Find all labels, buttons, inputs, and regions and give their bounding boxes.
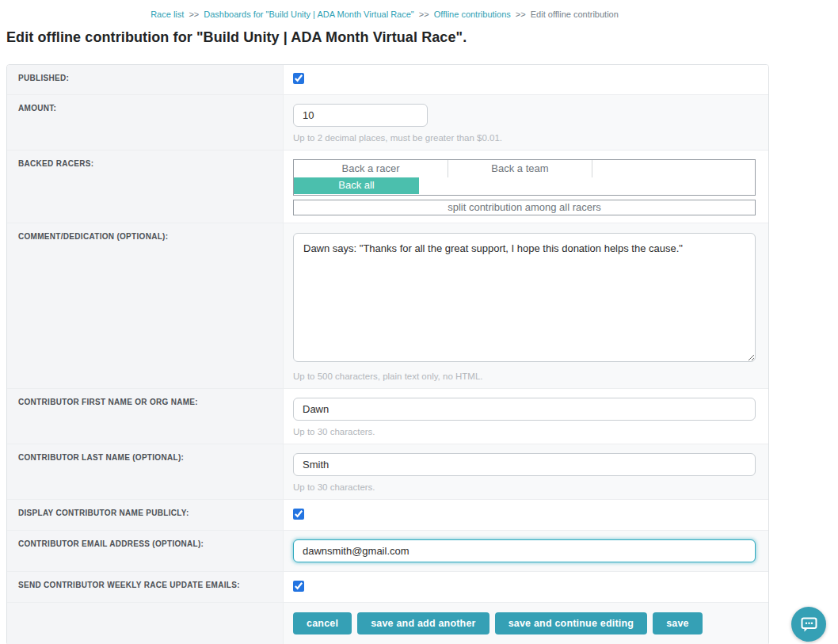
edit-contribution-form: PUBLISHED: AMOUNT: Up to 2 decimal place…	[6, 64, 769, 644]
row-weekly-emails: SEND CONTRIBUTOR WEEKLY RACE UPDATE EMAI…	[7, 572, 768, 603]
weekly-emails-label: SEND CONTRIBUTOR WEEKLY RACE UPDATE EMAI…	[7, 572, 284, 602]
last-name-help-text: Up to 30 characters.	[293, 482, 756, 492]
row-backed-racers: BACKED RACERS: Back a racer Back a team …	[7, 151, 768, 223]
published-checkbox[interactable]	[293, 73, 304, 84]
breadcrumb-link-offline-contributions[interactable]: Offline contributions	[434, 10, 511, 19]
breadcrumb-separator: >>	[419, 10, 429, 19]
display-publicly-checkbox[interactable]	[293, 509, 304, 520]
row-comment: COMMENT/DEDICATION (OPTIONAL): Dawn says…	[7, 223, 768, 389]
first-name-input[interactable]	[293, 398, 756, 421]
breadcrumb-separator: >>	[189, 10, 199, 19]
chat-widget-button[interactable]	[791, 607, 826, 642]
backed-racers-tab-group: Back a racer Back a team Back all	[293, 159, 756, 196]
page-title: Edit offline contribution for "Build Uni…	[6, 29, 838, 46]
row-published: PUBLISHED:	[7, 65, 768, 95]
tab-back-a-team[interactable]: Back a team	[448, 160, 592, 177]
row-last-name: CONTRIBUTOR LAST NAME (OPTIONAL): Up to …	[7, 444, 768, 500]
breadcrumb-link-race-list[interactable]: Race list	[150, 10, 184, 19]
first-name-label: CONTRIBUTOR FIRST NAME OR ORG NAME:	[7, 389, 284, 444]
amount-help-text: Up to 2 decimal places, must be greater …	[293, 133, 756, 143]
published-label: PUBLISHED:	[7, 65, 284, 94]
save-and-add-another-button[interactable]: save and add another	[357, 612, 489, 634]
email-input[interactable]	[293, 539, 756, 562]
display-publicly-label: DISPLAY CONTRIBUTOR NAME PUBLICLY:	[7, 500, 284, 530]
row-first-name: CONTRIBUTOR FIRST NAME OR ORG NAME: Up t…	[7, 389, 768, 444]
tab-back-all-selected[interactable]: Back all	[294, 177, 419, 194]
breadcrumb-link-dashboards[interactable]: Dashboards for "Build Unity | ADA Month …	[204, 10, 413, 19]
row-amount: AMOUNT: Up to 2 decimal places, must be …	[7, 95, 768, 151]
amount-label: AMOUNT:	[7, 95, 284, 150]
comment-help-text: Up to 500 characters, plain text only, n…	[293, 372, 756, 381]
row-email: CONTRIBUTOR EMAIL ADDRESS (OPTIONAL):	[7, 531, 768, 572]
breadcrumb-separator: >>	[516, 10, 526, 19]
breadcrumb: Race list >> Dashboards for "Build Unity…	[0, 0, 769, 19]
actions-label-spacer	[7, 603, 284, 644]
amount-input[interactable]	[293, 104, 428, 127]
comment-label: COMMENT/DEDICATION (OPTIONAL):	[7, 223, 284, 388]
row-actions: cancel save and add another save and con…	[7, 603, 768, 644]
last-name-label: CONTRIBUTOR LAST NAME (OPTIONAL):	[7, 444, 284, 499]
email-label: CONTRIBUTOR EMAIL ADDRESS (OPTIONAL):	[7, 531, 284, 571]
cancel-button[interactable]: cancel	[293, 612, 352, 634]
tab-spacer	[592, 160, 755, 177]
save-button[interactable]: save	[653, 612, 703, 634]
split-contribution-option[interactable]: split contribution among all racers	[293, 200, 756, 215]
breadcrumb-current-page: Edit offline contribution	[531, 10, 619, 19]
comment-textarea[interactable]: Dawn says: "Thanks for all the great sup…	[293, 233, 756, 362]
weekly-emails-checkbox[interactable]	[293, 581, 304, 592]
tab-back-a-racer[interactable]: Back a racer	[294, 160, 448, 177]
last-name-input[interactable]	[293, 453, 756, 476]
row-display-publicly: DISPLAY CONTRIBUTOR NAME PUBLICLY:	[7, 500, 768, 531]
first-name-help-text: Up to 30 characters.	[293, 427, 756, 436]
chat-bubble-icon	[801, 617, 817, 632]
backed-racers-label: BACKED RACERS:	[7, 151, 284, 223]
save-and-continue-editing-button[interactable]: save and continue editing	[495, 612, 648, 634]
